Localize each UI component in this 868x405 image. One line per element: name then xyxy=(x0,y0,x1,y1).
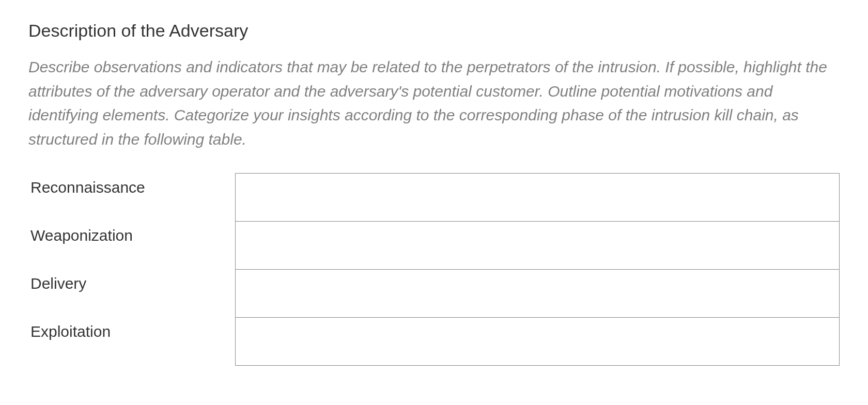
row-input-cell xyxy=(235,270,840,318)
exploitation-input[interactable] xyxy=(236,318,840,363)
kill-chain-table: Reconnaissance Weaponization Delivery Ex… xyxy=(28,173,840,366)
row-label-delivery: Delivery xyxy=(28,270,235,318)
row-label-reconnaissance: Reconnaissance xyxy=(28,174,235,222)
row-input-cell xyxy=(235,222,840,270)
delivery-input[interactable] xyxy=(236,270,840,315)
table-row: Exploitation xyxy=(28,318,840,366)
row-input-cell xyxy=(235,318,840,366)
table-row: Reconnaissance xyxy=(28,174,840,222)
table-row: Weaponization xyxy=(28,222,840,270)
weaponization-input[interactable] xyxy=(236,222,840,267)
row-label-weaponization: Weaponization xyxy=(28,222,235,270)
row-label-exploitation: Exploitation xyxy=(28,318,235,366)
row-input-cell xyxy=(235,174,840,222)
section-description: Describe observations and indicators tha… xyxy=(28,55,840,151)
reconnaissance-input[interactable] xyxy=(236,174,840,219)
section-heading: Description of the Adversary xyxy=(28,21,840,41)
table-row: Delivery xyxy=(28,270,840,318)
